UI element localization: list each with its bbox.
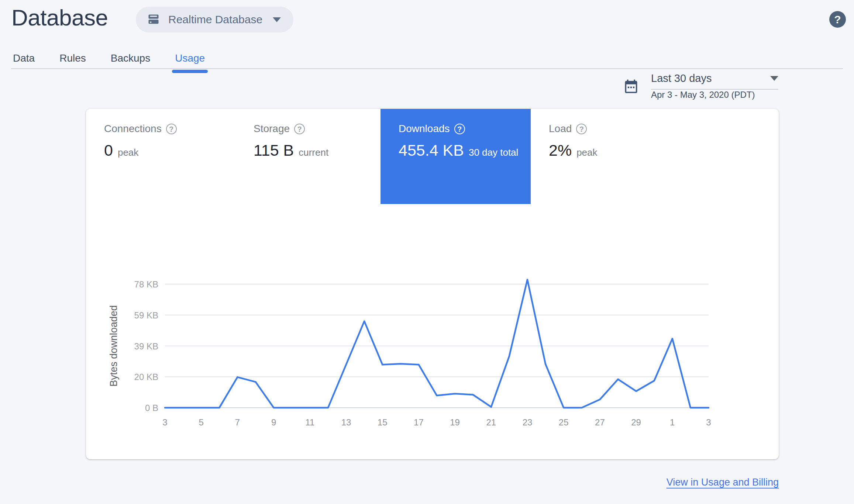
stat-suffix: current <box>299 147 328 158</box>
tab-backups[interactable]: Backups <box>111 48 150 69</box>
database-icon <box>147 13 160 27</box>
stat-label: Connections <box>104 123 162 135</box>
date-range-caret-icon <box>770 76 778 81</box>
view-usage-billing-link[interactable]: View in Usage and Billing <box>667 477 779 488</box>
tab-bar: DataRulesBackupsUsage <box>13 48 230 69</box>
page-title: Database <box>11 2 108 33</box>
calendar-icon <box>623 77 639 100</box>
stat-tile-storage[interactable]: Storage?115 Bcurrent <box>235 109 383 204</box>
usage-card: 0 B20 KB39 KB59 KB78 KB35791113151719212… <box>86 109 779 459</box>
stat-tile-connections[interactable]: Connections?0peak <box>86 109 234 204</box>
help-icon[interactable]: ? <box>454 124 465 134</box>
date-range-detail: Apr 3 - May 3, 2020 (PDT) <box>651 90 755 100</box>
tab-bar-divider <box>11 68 843 69</box>
help-icon[interactable]: ? <box>576 124 587 134</box>
stats-row: Connections?0peakStorage?115 BcurrentDow… <box>86 109 779 459</box>
date-range-label: Last 30 days <box>651 72 712 84</box>
firebase-database-usage-page: Database Realtime Database ? DataRulesBa… <box>0 0 854 504</box>
stat-label: Load <box>549 123 572 135</box>
stat-suffix: 30 day total <box>469 147 518 158</box>
stat-value: 455.4 KB <box>399 141 464 159</box>
tab-data[interactable]: Data <box>13 48 35 69</box>
database-selector-label: Realtime Database <box>168 13 262 26</box>
stat-suffix: peak <box>118 147 138 158</box>
tab-rules[interactable]: Rules <box>59 48 86 69</box>
date-range-selector[interactable]: Last 30 days Apr 3 - May 3, 2020 (PDT) <box>623 72 778 100</box>
help-button[interactable]: ? <box>829 11 846 28</box>
help-icon[interactable]: ? <box>166 124 177 134</box>
stat-tile-downloads[interactable]: Downloads?455.4 KB30 day total <box>380 109 531 204</box>
stat-value: 2% <box>549 141 572 159</box>
help-icon[interactable]: ? <box>294 124 305 134</box>
database-instance-selector[interactable]: Realtime Database <box>136 7 293 32</box>
stat-value: 0 <box>104 141 113 159</box>
stat-suffix: peak <box>576 147 597 158</box>
stat-label: Downloads <box>399 123 450 135</box>
stat-label: Storage <box>254 123 290 135</box>
stat-value: 115 B <box>254 141 294 159</box>
stat-tile-load[interactable]: Load?2%peak <box>531 109 678 204</box>
chevron-down-icon <box>273 17 281 22</box>
tab-usage[interactable]: Usage <box>175 48 205 69</box>
